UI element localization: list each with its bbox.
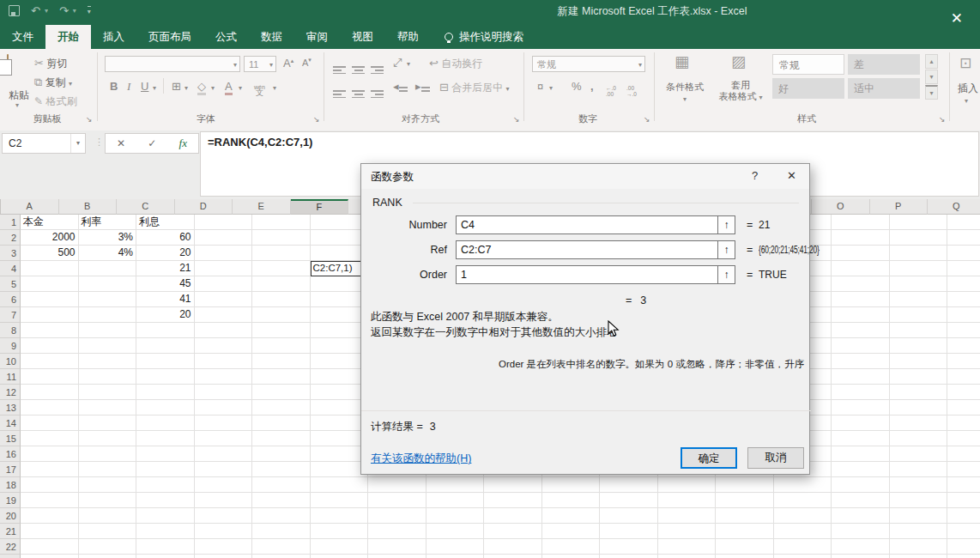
cell-J18[interactable] [542,477,601,493]
column-header-E[interactable]: E [233,199,291,215]
cell-D10[interactable] [195,354,253,369]
cell-D21[interactable] [195,524,253,539]
cell-P18[interactable] [890,477,948,493]
cell-B14[interactable] [79,415,137,431]
cell-F11[interactable] [311,369,369,385]
grow-font-button[interactable]: A▴ [283,57,293,70]
row-header-4[interactable]: 4 [0,261,21,276]
cell-P17[interactable] [890,462,948,477]
styles-gallery-down-icon[interactable]: ▾ [925,70,938,84]
cell-Q14[interactable] [947,415,980,431]
cell-C18[interactable] [136,477,195,493]
cell-K21[interactable] [600,524,658,539]
cell-Q4[interactable] [947,261,980,276]
cell-E11[interactable] [252,369,311,385]
tab-insert[interactable]: 插入 [91,25,136,49]
cell-Q11[interactable] [947,369,980,385]
cell-O22[interactable] [832,539,890,555]
cell-A4[interactable] [21,261,79,276]
cell-A2[interactable]: 2000 [21,230,79,246]
borders-dropdown-icon[interactable]: ▾ [185,84,188,92]
cell-K19[interactable] [600,493,658,508]
decrease-indent-icon[interactable]: ◂ [393,80,408,93]
insert-function-icon[interactable]: fx [179,136,187,150]
cell-D17[interactable] [195,462,253,477]
cell-P23[interactable] [890,555,948,558]
styles-launcher-icon[interactable]: ↘ [939,115,946,124]
row-header-23[interactable]: 23 [0,555,21,558]
cell-E19[interactable] [252,493,311,508]
cell-I23[interactable] [484,555,542,558]
cell-O12[interactable] [832,385,890,400]
column-header-F[interactable]: F [291,199,349,215]
row-header-11[interactable]: 11 [0,369,21,385]
cell-K20[interactable] [600,508,658,524]
cell-Q5[interactable] [947,276,980,292]
cell-G20[interactable] [368,508,426,524]
number-range-select-button[interactable]: ↑ [717,215,735,234]
cell-Q9[interactable] [947,338,980,354]
cell-L23[interactable] [658,555,717,558]
cell-N21[interactable] [774,524,832,539]
cell-C5[interactable]: 45 [136,276,195,292]
cell-F22[interactable] [311,539,369,555]
accounting-dropdown-icon[interactable]: ▾ [549,84,553,92]
font-name-combo[interactable]: ▾ [105,56,240,72]
align-center-button[interactable] [352,82,365,98]
cell-E16[interactable] [252,446,311,462]
cell-C10[interactable] [136,354,195,369]
undo-icon[interactable]: ↶ [31,4,40,17]
merge-center-button[interactable]: ⊟ 合并后居中 ▾ [439,81,510,95]
cell-B16[interactable] [79,446,137,462]
column-header-A[interactable]: A [1,199,59,215]
cell-E14[interactable] [252,415,311,431]
cut-button[interactable]: ✂ 剪切 [34,57,67,71]
cell-N18[interactable] [774,477,832,493]
dialog-help-icon[interactable]: ? [752,169,758,182]
cell-B4[interactable] [79,261,137,276]
tab-review[interactable]: 审阅 [294,25,340,49]
row-header-14[interactable]: 14 [0,415,21,431]
cell-P9[interactable] [890,338,948,354]
cell-style-bad[interactable]: 差 [848,54,920,75]
function-help-link[interactable]: 有关该函数的帮助(H) [371,452,471,466]
cell-O17[interactable] [832,462,890,477]
cell-O10[interactable] [832,354,890,369]
cell-B3[interactable]: 4% [79,246,137,261]
align-top-button[interactable] [333,58,346,74]
cell-O14[interactable] [832,415,890,431]
column-header-D[interactable]: D [175,199,233,215]
tab-help[interactable]: 帮助 [385,25,431,49]
column-header-O[interactable]: O [812,199,870,215]
cell-E22[interactable] [252,539,311,555]
cell-D5[interactable] [195,276,253,292]
shrink-font-button[interactable]: A▾ [302,57,312,68]
cell-E4[interactable] [252,261,311,276]
cancel-icon[interactable]: ✕ [117,137,125,149]
cell-P16[interactable] [890,446,948,462]
name-box[interactable]: C2 ▾ [2,133,86,154]
cell-A15[interactable] [21,431,79,446]
cell-Q22[interactable] [947,539,980,555]
cell-C23[interactable] [136,555,195,558]
column-header-B[interactable]: B [59,199,118,215]
cell-I21[interactable] [484,524,542,539]
clipboard-launcher-icon[interactable]: ↘ [86,115,93,124]
cell-N20[interactable] [774,508,832,524]
cell-P1[interactable] [890,215,948,230]
cell-A3[interactable]: 500 [21,246,79,261]
tell-me-search[interactable]: 操作说明搜索 [445,25,523,49]
cell-P15[interactable] [890,431,948,446]
format-as-table-button[interactable]: 套用表格格式 ▾ [714,80,767,103]
cell-O2[interactable] [832,230,890,246]
cell-C11[interactable] [136,369,195,385]
cell-F9[interactable] [311,338,369,354]
cell-D13[interactable] [195,400,253,415]
cell-P21[interactable] [890,524,948,539]
cell-N23[interactable] [774,555,832,558]
cell-E10[interactable] [252,354,311,369]
cell-O7[interactable] [832,307,890,323]
cell-A22[interactable] [21,539,79,555]
cancel-button[interactable]: 取消 [747,447,804,469]
cell-F5[interactable] [311,276,369,292]
